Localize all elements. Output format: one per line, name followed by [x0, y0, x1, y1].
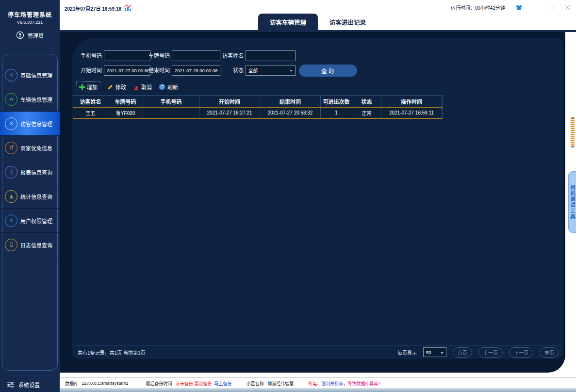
refresh-label: 刷新 — [167, 83, 178, 91]
sidebar-item-log-query[interactable]: 日志信息查询 — [0, 233, 60, 257]
main-area: 手机号码 车牌号码 访客姓名 开始时间 2021-07-27 00:00:00 … — [60, 32, 565, 373]
eraser-icon — [133, 84, 139, 90]
runtime-label: 运行时间：00小时42分钟 — [451, 4, 505, 11]
cell-end-time: 2021-07-27 20:58:32 — [260, 107, 321, 118]
sidebar-item-user-rights[interactable]: 用户权限管理 — [0, 209, 60, 233]
plate-label: 车牌号码 — [140, 50, 170, 61]
sidebar-item-base-info[interactable]: 基础信息管理 — [0, 63, 60, 87]
col-end-time: 结束时间 — [260, 96, 321, 108]
user-row: 管理员 — [0, 31, 60, 39]
col-entry-count: 可进出次数 — [321, 96, 352, 108]
tab-bar: 访客车辆管理 访客进出记录 — [258, 14, 378, 30]
car-icon — [5, 93, 17, 106]
db-value: 127.0.0.1;smartsystem1 — [82, 381, 129, 386]
plus-icon — [79, 84, 85, 90]
page-size-value: 50 — [426, 350, 431, 355]
cancel-label: 取消 — [141, 83, 152, 91]
first-page-button[interactable]: 首页 — [453, 347, 472, 358]
page-size-select[interactable]: 50 — [423, 347, 446, 357]
cell-phone — [143, 107, 199, 118]
sidebar-item-label: 日志信息查询 — [20, 241, 52, 249]
horizontal-scrollbar[interactable] — [60, 388, 576, 392]
camera-debug-tab[interactable]: 相机调试工具 — [568, 171, 576, 233]
db-error-part2: 强制关机等 — [321, 381, 343, 386]
db-label: 数据库: — [65, 380, 80, 387]
col-phone: 手机号码 — [143, 96, 199, 108]
app-title: 停车场管理系统 — [0, 0, 60, 18]
shirt-icon[interactable] — [515, 4, 523, 11]
close-icon[interactable] — [565, 5, 571, 11]
add-button[interactable]: 增加 — [76, 82, 100, 92]
topbar: 2021年07月27日 16:59:16 访客车辆管理 访客进出记录 运行时间：… — [60, 0, 576, 30]
col-visitor-name: 访客姓名 — [73, 96, 108, 108]
log-icon — [5, 239, 17, 251]
sidebar-item-label: 用户权限管理 — [20, 217, 52, 225]
sidebar-item-label: 报表信息查询 — [20, 168, 52, 176]
sidebar-item-label: 访客信息管理 — [20, 120, 52, 128]
report-icon — [5, 166, 17, 179]
status-select[interactable]: 全部 — [246, 65, 296, 76]
user-name: 管理员 — [28, 32, 44, 39]
cell-plate: 鲁YF000 — [108, 107, 143, 118]
sidebar-item-merchant-discount[interactable]: 商家优免信息 — [0, 136, 60, 160]
cancel-button[interactable]: 取消 — [133, 83, 152, 91]
prev-page-button[interactable]: 上一页 — [478, 347, 503, 358]
modify-label: 修改 — [115, 83, 126, 91]
maximize-icon[interactable] — [549, 5, 555, 11]
cell-status: 正常 — [352, 107, 381, 118]
user-icon — [16, 31, 24, 39]
col-filler — [442, 96, 443, 108]
settings-button[interactable]: 系统设置 — [6, 381, 40, 389]
backup-time-label: 最后备份时间: — [146, 380, 174, 387]
cell-op-time: 2021-07-27 16:59:11 — [381, 107, 442, 118]
db-error-link[interactable]: 断电、强制关机等，导致数据库异常？ — [308, 380, 382, 387]
end-time-label: 结束时间 — [140, 65, 170, 76]
stats-icon — [5, 190, 17, 203]
status-bar: 数据库: 127.0.0.1;smartsystem1 最后备份时间: 从未备份… — [60, 377, 576, 389]
modify-button[interactable]: 修改 — [107, 83, 126, 91]
end-time-select[interactable]: 2021-07-28 00:00:00 — [172, 65, 220, 76]
tab-visitor-vehicle[interactable]: 访客车辆管理 — [258, 14, 318, 30]
plate-input[interactable] — [172, 50, 220, 61]
add-label: 增加 — [87, 83, 98, 91]
sidebar-menu: 基础信息管理 车辆信息管理 访客信息管理 商家优免信息 — [0, 63, 60, 257]
db-error-part1: 断电、 — [308, 381, 321, 386]
tab-visitor-records[interactable]: 访客进出记录 — [318, 14, 378, 30]
gear-icon — [5, 69, 17, 82]
toolbar: 增加 修改 取消 刷新 — [76, 82, 178, 92]
status-value: 全部 — [248, 67, 258, 74]
backup-warning: 从未备份,建议备份 — [176, 380, 212, 387]
table-row[interactable]: 王五 鲁YF000 2021-07-27 16:27:21 2021-07-27… — [73, 107, 443, 118]
sidebar: 停车场管理系统 V6.6.307.221 管理员 基础信息管理 车辆信息管理 — [0, 0, 60, 392]
backup-now-link[interactable]: 马上备份 — [214, 380, 232, 387]
col-start-time: 开始时间 — [199, 96, 260, 108]
pager-controls: 每页显示 50 首页 上一页 下一页 末页 — [397, 347, 559, 358]
visitor-name-input[interactable] — [246, 50, 296, 61]
sidebar-item-vehicle-info[interactable]: 车辆信息管理 — [0, 87, 60, 112]
visitor-icon — [5, 117, 17, 130]
app-window: 停车场管理系统 V6.6.307.221 管理员 基础信息管理 车辆信息管理 — [0, 0, 576, 392]
mini-chart-icon[interactable] — [123, 3, 133, 13]
sidebar-item-visitor-info[interactable]: 访客信息管理 — [0, 112, 60, 136]
col-op-time: 操作时间 — [381, 96, 442, 108]
pencil-icon — [107, 84, 114, 90]
settings-label: 系统设置 — [18, 381, 40, 389]
query-button[interactable]: 查询 — [299, 65, 357, 77]
visitor-table: 访客姓名 车牌号码 手机号码 开始时间 结束时间 可进出次数 状态 操作时间 王… — [73, 95, 443, 119]
sidebar-item-report-query[interactable]: 报表信息查询 — [0, 160, 60, 184]
refresh-icon — [159, 83, 165, 90]
vertical-scrollbar-thumb[interactable] — [571, 117, 575, 147]
sidebar-item-label: 车辆信息管理 — [20, 96, 52, 103]
phone-label: 手机号码 — [72, 50, 102, 61]
table-header-row: 访客姓名 车牌号码 手机号码 开始时间 结束时间 可进出次数 状态 操作时间 — [73, 96, 443, 108]
sidebar-item-label: 商家优免信息 — [20, 144, 52, 152]
content-panel: 手机号码 车牌号码 访客姓名 开始时间 2021-07-27 00:00:00 … — [72, 38, 563, 359]
minimize-icon[interactable] — [533, 5, 539, 11]
refresh-button[interactable]: 刷新 — [159, 83, 178, 91]
next-page-button[interactable]: 下一页 — [509, 347, 533, 358]
community-label: 小区名称: — [247, 380, 265, 387]
last-page-button[interactable]: 末页 — [540, 347, 559, 358]
dropdown-caret-icon — [441, 352, 444, 354]
sidebar-item-stats-query[interactable]: 统计信息查询 — [0, 184, 60, 209]
col-status: 状态 — [352, 96, 381, 108]
